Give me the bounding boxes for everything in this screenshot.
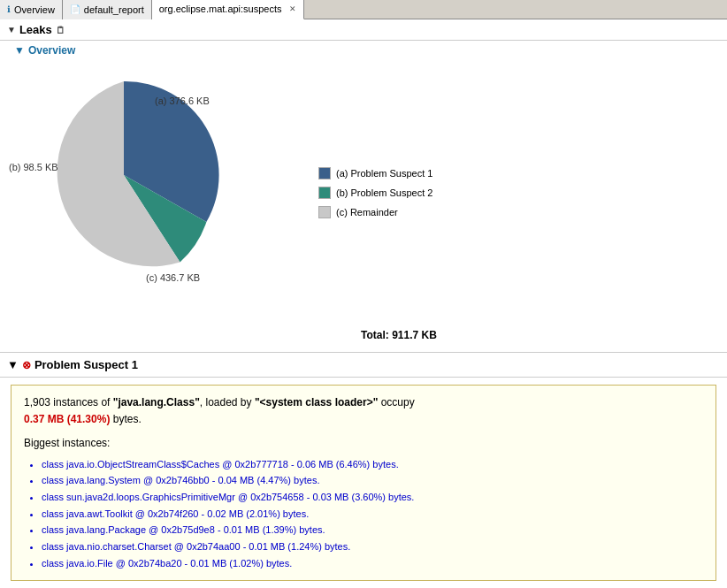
- list-item[interactable]: class java.io.File @ 0x2b74ba20 - 0.01 M…: [42, 555, 703, 572]
- tab-bar: ℹ Overview 📄 default_report org.eclipse.…: [0, 0, 727, 19]
- legend-label-c: (c) Remainder: [336, 207, 398, 218]
- chart-area: (a) 376.6 KB (b) 98.5 KB (c) 436.7 KB (a…: [0, 60, 727, 325]
- instance-3: class java.awt.Toolkit @ 0x2b74f260 - 0.…: [42, 508, 309, 519]
- instance-1: class java.lang.System @ 0x2b746bb0 - 0.…: [42, 475, 319, 485]
- list-item[interactable]: class java.lang.System @ 0x2b746bb0 - 0.…: [42, 472, 703, 489]
- error-icon: ⊗: [22, 359, 31, 371]
- instance-6: class java.io.File @ 0x2b74ba20 - 0.01 M…: [42, 558, 292, 569]
- instance-list: class java.io.ObjectStreamClass$Caches @…: [24, 456, 703, 572]
- problem-suspect-1-label: Problem Suspect 1: [34, 358, 138, 371]
- list-item[interactable]: class sun.java2d.loops.GraphicsPrimitive…: [42, 489, 703, 506]
- summary-part2: , loaded by: [200, 396, 255, 409]
- tab-suspects-label: org.eclipse.mat.api:suspects: [159, 4, 282, 14]
- class-name: "java.lang.Class": [113, 396, 200, 409]
- tab-overview[interactable]: ℹ Overview: [0, 0, 63, 19]
- tab-overview-label: Overview: [14, 4, 55, 15]
- pie-label-a: (a) 376.6 KB: [155, 95, 210, 106]
- report-icon: 📄: [70, 4, 80, 14]
- summary-part3: occupy: [378, 396, 414, 409]
- leaks-label: Leaks: [19, 23, 52, 36]
- instance-0: class java.io.ObjectStreamClass$Caches @…: [42, 459, 399, 470]
- leaks-icon: 🗒: [56, 25, 65, 35]
- legend-color-a: [318, 167, 331, 179]
- info-icon: ℹ: [7, 4, 11, 14]
- pie-chart-container: (a) 376.6 KB (b) 98.5 KB (c) 436.7 KB: [18, 69, 265, 317]
- instance-5: class java.nio.charset.Charset @ 0x2b74a…: [42, 541, 350, 552]
- legend-color-b: [318, 187, 331, 199]
- leaks-section-header: ▼ Leaks 🗒: [0, 19, 727, 41]
- overview-header: ▼ Overview: [0, 41, 727, 60]
- main-content: ▼ Leaks 🗒 ▼ Overview (a) 376.6 KB (b: [0, 19, 727, 588]
- total-line: Total: 911.7 KB: [0, 325, 727, 352]
- problem-suspect-1-header: ▼ ⊗ Problem Suspect 1: [0, 352, 727, 378]
- chart-legend: (a) Problem Suspect 1 (b) Problem Suspec…: [318, 167, 432, 218]
- overview-label: Overview: [28, 44, 75, 57]
- legend-color-c: [318, 206, 331, 218]
- tab-suspects[interactable]: org.eclipse.mat.api:suspects ✕: [152, 0, 304, 19]
- memory-info: 0.37 MB (41.30%): [24, 413, 110, 425]
- legend-item-a: (a) Problem Suspect 1: [318, 167, 432, 179]
- suspect-1-summary: 1,903 instances of "java.lang.Class", lo…: [24, 394, 703, 428]
- legend-item-c: (c) Remainder: [318, 206, 432, 218]
- close-icon[interactable]: ✕: [289, 4, 296, 13]
- tab-default-report-label: default_report: [84, 4, 144, 15]
- legend-label-a: (a) Problem Suspect 1: [336, 168, 432, 179]
- summary-part1: 1,903 instances of: [24, 396, 113, 409]
- list-item[interactable]: class java.io.ObjectStreamClass$Caches @…: [42, 456, 703, 473]
- pie-label-c: (c) 436.7 KB: [146, 272, 200, 283]
- loader-name: "<system class loader>": [255, 396, 378, 409]
- legend-item-b: (b) Problem Suspect 2: [318, 187, 432, 199]
- tab-default-report[interactable]: 📄 default_report: [63, 0, 152, 19]
- list-item[interactable]: class java.awt.Toolkit @ 0x2b74f260 - 0.…: [42, 506, 703, 523]
- list-item[interactable]: class java.nio.charset.Charset @ 0x2b74a…: [42, 538, 703, 555]
- overview-collapse-icon[interactable]: ▼: [14, 44, 25, 57]
- list-item[interactable]: class java.lang.Package @ 0x2b75d9e8 - 0…: [42, 522, 703, 538]
- summary-end: bytes.: [110, 413, 141, 425]
- legend-label-b: (b) Problem Suspect 2: [336, 187, 432, 198]
- suspect-1-box: 1,903 instances of "java.lang.Class", lo…: [11, 385, 716, 581]
- biggest-instances-label: Biggest instances:: [24, 435, 703, 452]
- instance-2: class sun.java2d.loops.GraphicsPrimitive…: [42, 492, 414, 502]
- collapse-icon[interactable]: ▼: [7, 25, 16, 34]
- problem1-collapse-icon[interactable]: ▼: [7, 358, 19, 371]
- instance-4: class java.lang.Package @ 0x2b75d9e8 - 0…: [42, 524, 325, 535]
- pie-label-b: (b) 98.5 KB: [9, 162, 58, 172]
